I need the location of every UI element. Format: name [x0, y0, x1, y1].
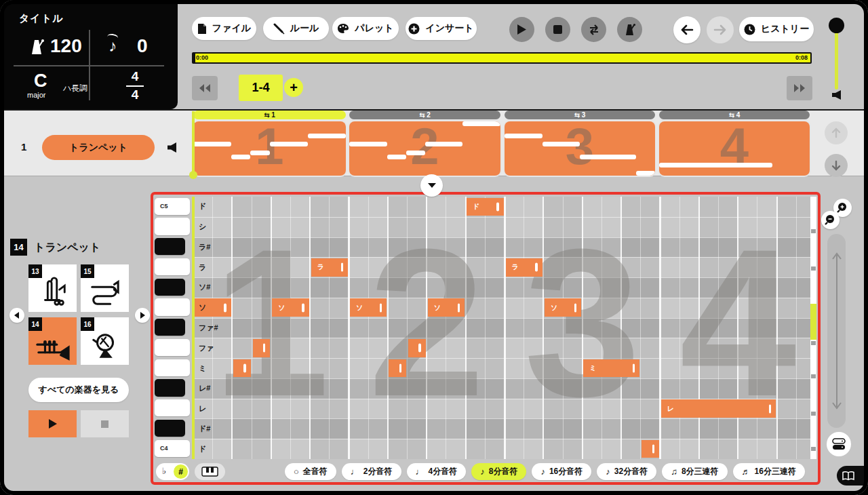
note-grid[interactable]: 1234ソラソソドラソミレドシラ#ラソ#ソファ#ファミレ#レド#ド	[193, 197, 816, 459]
note[interactable]: ソ	[272, 298, 309, 317]
palette-button[interactable]: パレット	[332, 17, 399, 40]
pattern-move-up-button[interactable]	[825, 121, 848, 144]
piano-key-white[interactable]: C5	[155, 198, 190, 215]
note-handle[interactable]	[263, 344, 266, 353]
rewind-button[interactable]	[192, 76, 218, 100]
track-mute-icon[interactable]	[167, 142, 177, 153]
note-handle[interactable]	[652, 445, 655, 454]
pattern-block-1[interactable]: 1	[193, 121, 346, 176]
pattern-block-3[interactable]: 3	[505, 121, 655, 176]
note[interactable]: ソ	[350, 298, 387, 317]
preview-play-button[interactable]	[28, 410, 77, 437]
undo-button[interactable]	[673, 16, 701, 43]
note-handle[interactable]	[243, 364, 246, 373]
view-switch-button[interactable]	[827, 432, 851, 456]
note[interactable]: レ	[661, 399, 776, 418]
timeline-scrubber[interactable]: 0:00 0:08	[192, 52, 812, 64]
preview-stop-button[interactable]	[81, 410, 129, 437]
pattern-header-1[interactable]: ⇆ 1	[193, 111, 346, 119]
zoom-out-button[interactable]	[821, 211, 840, 229]
forward-button[interactable]	[787, 76, 812, 100]
file-button[interactable]: ファイル	[192, 17, 256, 40]
pattern-header-2[interactable]: ⇆ 2	[349, 111, 500, 119]
pattern-playhead[interactable]	[192, 111, 195, 174]
song-title[interactable]: タイトル	[19, 12, 63, 25]
duration-button-3[interactable]: ♪8分音符	[471, 463, 526, 480]
collapse-roll-button[interactable]	[420, 174, 443, 197]
note[interactable]: ソ	[428, 298, 465, 317]
sharp-toggle[interactable]: #	[174, 464, 188, 479]
key-letter[interactable]: C	[34, 71, 47, 92]
note-handle[interactable]	[574, 303, 577, 312]
instrument-page-next-button[interactable]	[135, 308, 150, 323]
pattern-block-4[interactable]: 4	[659, 121, 810, 176]
duration-button-0[interactable]: ○全音符	[285, 463, 336, 480]
note[interactable]	[408, 339, 426, 357]
add-bars-button[interactable]: +	[284, 78, 303, 97]
note[interactable]	[642, 440, 659, 458]
instrument-tile-13[interactable]: 13	[28, 264, 77, 312]
rule-button[interactable]: ルール	[263, 17, 329, 40]
pitch-minimap[interactable]	[810, 197, 816, 459]
volume-slider-track[interactable]	[835, 30, 838, 90]
track-instrument-pill[interactable]: トランペット	[42, 135, 155, 160]
note[interactable]: ミ	[583, 359, 639, 378]
accidental-toggle[interactable]: ♭ #	[156, 463, 189, 480]
flat-toggle[interactable]: ♭	[162, 466, 166, 476]
duration-button-4[interactable]: ♪16分音符	[532, 463, 591, 480]
piano-key-black[interactable]	[155, 420, 185, 437]
note-handle[interactable]	[418, 344, 421, 353]
piano-key-black[interactable]	[155, 379, 185, 396]
piano-key-white[interactable]	[155, 298, 190, 315]
duration-button-2[interactable]: ♩4分音符	[407, 463, 467, 480]
stop-button[interactable]	[545, 17, 570, 42]
duration-button-6[interactable]: ♫8分三連符	[662, 463, 727, 480]
piano-key-white[interactable]	[155, 359, 190, 376]
note-handle[interactable]	[399, 364, 402, 373]
note-handle[interactable]	[302, 303, 304, 312]
redo-button[interactable]	[707, 16, 734, 43]
note-handle[interactable]	[341, 263, 344, 272]
history-button[interactable]: ヒストリー	[739, 17, 814, 41]
duration-button-7[interactable]: ♬16分三連符	[733, 463, 805, 480]
pattern-header-4[interactable]: ⇆ 4	[659, 111, 810, 119]
timesig-top[interactable]: 4	[127, 69, 142, 84]
note-handle[interactable]	[633, 364, 635, 373]
vertical-scrollbar[interactable]	[827, 234, 846, 428]
note[interactable]: ラ	[311, 258, 348, 277]
piano-key-black[interactable]	[155, 319, 185, 336]
duration-button-5[interactable]: ♪32分音符	[597, 463, 656, 480]
instrument-tile-15[interactable]: 15	[81, 264, 129, 312]
piano-key-white[interactable]: C4	[155, 440, 190, 457]
duration-button-1[interactable]: ♩2分音符	[342, 463, 401, 480]
guide-book-button[interactable]	[837, 466, 864, 486]
pattern-header-3[interactable]: ⇆ 3	[505, 111, 655, 119]
piano-key-white[interactable]	[155, 258, 190, 275]
note[interactable]	[389, 359, 406, 378]
volume-slider-knob[interactable]	[829, 18, 844, 33]
piano-key-black[interactable]	[155, 279, 185, 296]
note[interactable]: ラ	[506, 258, 542, 277]
play-button[interactable]	[509, 17, 534, 42]
tempo-value[interactable]: 120	[50, 35, 82, 57]
metronome-toggle-button[interactable]	[617, 17, 642, 42]
piano-key-white[interactable]	[155, 339, 190, 356]
note-handle[interactable]	[380, 303, 382, 312]
pattern-move-down-button[interactable]	[825, 154, 848, 177]
grid-playhead[interactable]	[192, 197, 195, 459]
pattern-playhead-handle[interactable]	[189, 171, 197, 179]
note[interactable]: ド	[467, 198, 503, 216]
timesig-bottom[interactable]: 4	[127, 87, 142, 102]
insert-button[interactable]: インサート	[406, 17, 477, 40]
note-handle[interactable]	[496, 202, 499, 211]
loop-button[interactable]	[581, 17, 606, 42]
note-handle[interactable]	[224, 303, 226, 312]
instrument-page-prev-button[interactable]	[9, 308, 24, 323]
note[interactable]	[253, 339, 271, 357]
note-handle[interactable]	[535, 263, 538, 272]
piano-key-white[interactable]	[155, 399, 190, 416]
piano-key-black[interactable]	[155, 238, 185, 255]
piano-key-white[interactable]	[155, 218, 190, 235]
note-handle[interactable]	[769, 404, 772, 413]
song-info-panel[interactable]: タイトル 120 ♪ 0 C major ハ長調 4 4	[0, 0, 178, 109]
